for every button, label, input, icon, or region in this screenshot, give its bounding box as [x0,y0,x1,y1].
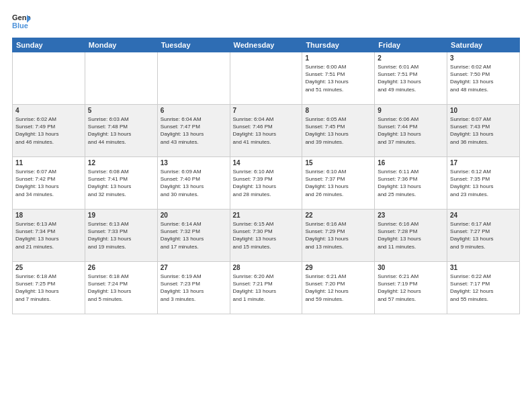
week-row-4: 25Sunrise: 6:18 AM Sunset: 7:25 PM Dayli… [13,262,520,314]
day-number: 5 [88,107,154,114]
calendar-cell: 11Sunrise: 6:07 AM Sunset: 7:42 PM Dayli… [13,157,85,210]
logo-icon: General Blue [12,12,31,31]
calendar-cell: 22Sunrise: 6:16 AM Sunset: 7:29 PM Dayli… [302,210,375,262]
weekday-header-sunday: Sunday [13,38,85,52]
weekday-header-saturday: Saturday [447,38,520,52]
calendar-cell: 7Sunrise: 6:04 AM Sunset: 7:46 PM Daylig… [230,105,302,157]
day-number: 9 [378,107,444,114]
day-number: 21 [233,212,300,219]
calendar-cell: 29Sunrise: 6:21 AM Sunset: 7:20 PM Dayli… [302,262,375,314]
calendar-cell: 27Sunrise: 6:19 AM Sunset: 7:23 PM Dayli… [157,262,230,314]
calendar-cell: 16Sunrise: 6:11 AM Sunset: 7:36 PM Dayli… [375,157,447,210]
calendar-cell: 9Sunrise: 6:06 AM Sunset: 7:44 PM Daylig… [375,105,447,157]
day-info: Sunrise: 6:19 AM Sunset: 7:23 PM Dayligh… [161,273,227,303]
day-number: 26 [88,264,154,271]
week-row-0: 1Sunrise: 6:00 AM Sunset: 7:51 PM Daylig… [13,52,520,105]
calendar-cell: 23Sunrise: 6:16 AM Sunset: 7:28 PM Dayli… [375,210,447,262]
day-number: 11 [15,159,82,167]
calendar-cell: 2Sunrise: 6:01 AM Sunset: 7:51 PM Daylig… [375,52,447,105]
day-info: Sunrise: 6:04 AM Sunset: 7:46 PM Dayligh… [233,116,300,146]
calendar-cell: 21Sunrise: 6:15 AM Sunset: 7:30 PM Dayli… [230,210,302,262]
calendar-cell: 17Sunrise: 6:12 AM Sunset: 7:35 PM Dayli… [447,157,520,210]
day-number: 7 [233,107,300,114]
calendar-cell: 12Sunrise: 6:08 AM Sunset: 7:41 PM Dayli… [85,157,157,210]
calendar-cell: 1Sunrise: 6:00 AM Sunset: 7:51 PM Daylig… [302,52,375,105]
day-number: 31 [450,264,517,271]
calendar-cell: 8Sunrise: 6:05 AM Sunset: 7:45 PM Daylig… [302,105,375,157]
calendar-cell: 18Sunrise: 6:13 AM Sunset: 7:34 PM Dayli… [13,210,85,262]
day-info: Sunrise: 6:13 AM Sunset: 7:33 PM Dayligh… [88,220,154,250]
calendar-cell: 5Sunrise: 6:03 AM Sunset: 7:48 PM Daylig… [85,105,157,157]
day-number: 2 [378,54,444,62]
logo: General Blue [12,12,31,31]
calendar-cell: 15Sunrise: 6:10 AM Sunset: 7:37 PM Dayli… [302,157,375,210]
day-number: 15 [305,159,371,167]
day-number: 29 [305,264,371,271]
day-number: 8 [305,107,371,114]
calendar-cell [85,52,157,105]
weekday-header-row: SundayMondayTuesdayWednesdayThursdayFrid… [13,38,520,52]
calendar-cell: 26Sunrise: 6:18 AM Sunset: 7:24 PM Dayli… [85,262,157,314]
day-number: 27 [161,264,227,271]
calendar-cell [13,52,85,105]
day-info: Sunrise: 6:04 AM Sunset: 7:47 PM Dayligh… [161,116,227,146]
day-info: Sunrise: 6:18 AM Sunset: 7:25 PM Dayligh… [15,273,82,303]
calendar-cell [157,52,230,105]
day-info: Sunrise: 6:16 AM Sunset: 7:28 PM Dayligh… [378,220,444,250]
page: General Blue SundayMondayTuesdayWednesda… [0,0,532,411]
calendar-cell: 6Sunrise: 6:04 AM Sunset: 7:47 PM Daylig… [157,105,230,157]
week-row-2: 11Sunrise: 6:07 AM Sunset: 7:42 PM Dayli… [13,157,520,210]
weekday-header-thursday: Thursday [302,38,375,52]
day-info: Sunrise: 6:20 AM Sunset: 7:21 PM Dayligh… [233,273,300,303]
day-number: 4 [15,107,82,114]
day-number: 1 [305,54,371,62]
day-info: Sunrise: 6:22 AM Sunset: 7:17 PM Dayligh… [450,273,517,303]
day-info: Sunrise: 6:09 AM Sunset: 7:40 PM Dayligh… [161,168,227,198]
day-info: Sunrise: 6:08 AM Sunset: 7:41 PM Dayligh… [88,168,154,198]
day-number: 20 [161,212,227,219]
day-info: Sunrise: 6:07 AM Sunset: 7:43 PM Dayligh… [450,116,517,146]
svg-text:Blue: Blue [12,21,28,30]
day-number: 3 [450,54,517,62]
weekday-header-wednesday: Wednesday [230,38,302,52]
day-info: Sunrise: 6:15 AM Sunset: 7:30 PM Dayligh… [233,220,300,250]
day-info: Sunrise: 6:03 AM Sunset: 7:48 PM Dayligh… [88,116,154,146]
weekday-header-friday: Friday [375,38,447,52]
day-info: Sunrise: 6:10 AM Sunset: 7:37 PM Dayligh… [305,168,371,198]
calendar-cell [230,52,302,105]
day-number: 16 [378,159,444,167]
calendar-cell: 31Sunrise: 6:22 AM Sunset: 7:17 PM Dayli… [447,262,520,314]
weekday-header-tuesday: Tuesday [157,38,230,52]
calendar-cell: 28Sunrise: 6:20 AM Sunset: 7:21 PM Dayli… [230,262,302,314]
calendar-cell: 24Sunrise: 6:17 AM Sunset: 7:27 PM Dayli… [447,210,520,262]
calendar-cell: 14Sunrise: 6:10 AM Sunset: 7:39 PM Dayli… [230,157,302,210]
weekday-header-monday: Monday [85,38,157,52]
day-number: 14 [233,159,300,167]
day-info: Sunrise: 6:00 AM Sunset: 7:51 PM Dayligh… [305,63,371,93]
day-info: Sunrise: 6:01 AM Sunset: 7:51 PM Dayligh… [378,63,444,93]
day-info: Sunrise: 6:02 AM Sunset: 7:49 PM Dayligh… [15,116,82,146]
calendar-cell: 10Sunrise: 6:07 AM Sunset: 7:43 PM Dayli… [447,105,520,157]
day-number: 10 [450,107,517,114]
week-row-1: 4Sunrise: 6:02 AM Sunset: 7:49 PM Daylig… [13,105,520,157]
day-info: Sunrise: 6:14 AM Sunset: 7:32 PM Dayligh… [161,220,227,250]
day-number: 22 [305,212,371,219]
calendar-cell: 19Sunrise: 6:13 AM Sunset: 7:33 PM Dayli… [85,210,157,262]
day-number: 25 [15,264,82,271]
day-number: 12 [88,159,154,167]
day-info: Sunrise: 6:16 AM Sunset: 7:29 PM Dayligh… [305,220,371,250]
calendar-cell: 13Sunrise: 6:09 AM Sunset: 7:40 PM Dayli… [157,157,230,210]
day-info: Sunrise: 6:21 AM Sunset: 7:20 PM Dayligh… [305,273,371,303]
day-info: Sunrise: 6:21 AM Sunset: 7:19 PM Dayligh… [378,273,444,303]
calendar-cell: 25Sunrise: 6:18 AM Sunset: 7:25 PM Dayli… [13,262,85,314]
day-info: Sunrise: 6:11 AM Sunset: 7:36 PM Dayligh… [378,168,444,198]
calendar-cell: 4Sunrise: 6:02 AM Sunset: 7:49 PM Daylig… [13,105,85,157]
day-info: Sunrise: 6:07 AM Sunset: 7:42 PM Dayligh… [15,168,82,198]
day-number: 13 [161,159,227,167]
day-info: Sunrise: 6:12 AM Sunset: 7:35 PM Dayligh… [450,168,517,198]
calendar-cell: 30Sunrise: 6:21 AM Sunset: 7:19 PM Dayli… [375,262,447,314]
day-number: 28 [233,264,300,271]
day-number: 18 [15,212,82,219]
calendar-cell: 3Sunrise: 6:02 AM Sunset: 7:50 PM Daylig… [447,52,520,105]
day-info: Sunrise: 6:10 AM Sunset: 7:39 PM Dayligh… [233,168,300,198]
